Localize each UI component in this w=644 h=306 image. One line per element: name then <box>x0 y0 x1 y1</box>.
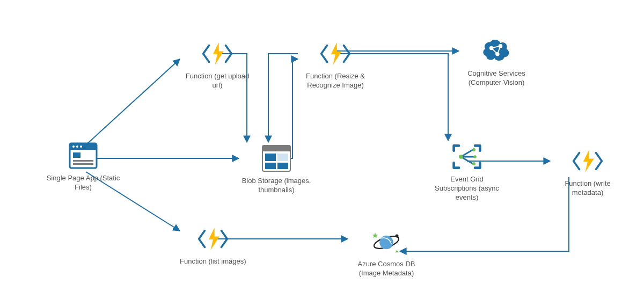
svg-marker-8 <box>213 42 224 65</box>
svg-marker-9 <box>331 42 342 65</box>
svg-rect-5 <box>73 152 80 158</box>
svg-point-21 <box>473 155 477 158</box>
function-icon <box>197 223 229 255</box>
brain-icon <box>480 35 513 67</box>
svg-rect-15 <box>265 154 276 161</box>
node-blob: Blob Storage (images, thumbnails) <box>239 142 314 195</box>
svg-point-22 <box>472 162 475 165</box>
storage-icon <box>260 142 292 174</box>
fn-write-label: Function (write metadata) <box>550 179 625 198</box>
svg-marker-29 <box>396 250 399 253</box>
cognitive-label: Cognitive Services (Computer Vision) <box>459 69 534 88</box>
browser-icon <box>67 140 99 172</box>
fn-upload-label: Function (get upload url) <box>180 72 255 90</box>
svg-point-20 <box>472 148 475 151</box>
node-eventgrid: Event Grid Subscriptions (async events) <box>429 141 504 202</box>
svg-point-2 <box>72 145 75 148</box>
svg-point-4 <box>80 145 82 148</box>
svg-rect-7 <box>73 163 93 165</box>
svg-rect-17 <box>265 163 276 169</box>
svg-point-3 <box>76 145 78 148</box>
eventgrid-label: Event Grid Subscriptions (async events) <box>429 175 504 202</box>
cosmos-label: Azure Cosmos DB (Image Metadata) <box>349 260 424 278</box>
node-spa: Single Page App (Static Files) <box>46 140 121 192</box>
svg-marker-28 <box>372 233 378 238</box>
node-fn-list: Function (list images) <box>180 223 246 266</box>
function-icon <box>572 145 604 177</box>
node-fn-upload: Function (get upload url) <box>180 38 255 90</box>
svg-rect-16 <box>277 154 288 161</box>
node-cosmos: Azure Cosmos DB (Image Metadata) <box>349 225 424 278</box>
event-grid-icon <box>451 141 483 173</box>
svg-rect-18 <box>277 163 288 169</box>
svg-point-19 <box>459 155 463 159</box>
blob-label: Blob Storage (images, thumbnails) <box>239 177 314 195</box>
function-icon <box>319 38 352 70</box>
svg-marker-24 <box>209 228 219 250</box>
node-cognitive: Cognitive Services (Computer Vision) <box>459 35 534 88</box>
node-fn-write: Function (write metadata) <box>550 145 625 198</box>
node-fn-resize: Function (Resize & Recognize Image) <box>298 38 373 90</box>
svg-rect-6 <box>73 160 93 162</box>
cosmos-db-icon <box>370 225 402 258</box>
spa-label: Single Page App (Static Files) <box>46 174 121 192</box>
fn-list-label: Function (list images) <box>180 257 246 266</box>
svg-marker-23 <box>583 150 594 172</box>
fn-resize-label: Function (Resize & Recognize Image) <box>298 72 373 90</box>
svg-point-27 <box>396 235 399 238</box>
function-icon <box>201 38 233 70</box>
svg-rect-14 <box>262 145 290 151</box>
